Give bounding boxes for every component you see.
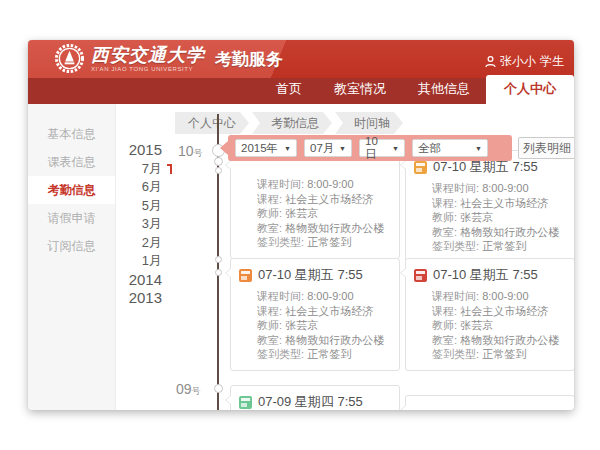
card-date-title: 07-10 星期五 7:55 — [258, 266, 363, 284]
field-label: 课程: — [432, 305, 460, 317]
card-date-title: 07-10 星期五 7:55 — [433, 266, 538, 284]
nav-item-4[interactable]: 个人中心 — [486, 75, 574, 104]
field-value: 8:00-9:00 — [307, 290, 353, 302]
field-label: 课程时间: — [257, 178, 307, 190]
card-field: 课程时间: 8:00-9:00 — [432, 181, 566, 196]
field-value: 社会主义市场经济 — [285, 305, 373, 317]
list-detail-button[interactable]: 列表明细 — [518, 137, 574, 159]
card-field: 教师: 张芸京 — [257, 206, 391, 221]
field-label: 教师: — [432, 211, 460, 223]
user-name: 张小小 — [500, 53, 536, 70]
card-field: 课程时间: 8:00-9:00 — [432, 289, 566, 304]
field-label: 教室: — [432, 334, 460, 346]
card-field: 课程: 社会主义市场经济 — [257, 304, 391, 319]
timeline-node-circle — [215, 269, 222, 276]
field-value: 8:00-9:00 — [482, 182, 528, 194]
field-label: 教师: — [257, 319, 285, 331]
card-field: 签到类型: 正常签到 — [432, 347, 566, 362]
timeline-month-3月[interactable]: 3月 — [94, 215, 162, 234]
timeline-month-2月[interactable]: 2月 — [94, 234, 162, 253]
main-nav: 首页教室情况其他信息个人中心 — [28, 78, 574, 104]
nav-item-3[interactable]: 其他信息 — [402, 75, 486, 104]
field-value: 张芸京 — [285, 207, 318, 219]
field-value: 社会主义市场经济 — [285, 193, 373, 205]
field-label: 签到类型: — [257, 348, 307, 360]
field-value: 张芸京 — [460, 319, 493, 331]
dropdown-value: 全部 — [418, 141, 441, 156]
card-field: 签到类型: 正常签到 — [432, 239, 566, 254]
card-field: 签到类型: 正常签到 — [257, 347, 391, 362]
field-value: 8:00-9:00 — [307, 178, 353, 190]
attendance-status-icon — [239, 396, 252, 409]
field-value: 正常签到 — [307, 236, 351, 248]
type-dropdown[interactable]: 全部▼ — [412, 139, 488, 157]
field-label: 课程: — [432, 197, 460, 209]
field-value: 格物致知行政办公楼 — [460, 226, 559, 238]
card-field: 教室: 格物致知行政办公楼 — [257, 333, 391, 348]
chevron-down-icon: ▼ — [392, 145, 399, 152]
day-dropdown[interactable]: 10日▼ — [359, 139, 405, 157]
university-name-en: XI'AN JIAO TONG UNIVERSITY — [91, 66, 205, 72]
breadcrumb-item-2[interactable]: 考勤信息 — [252, 112, 332, 134]
field-value: 格物致知行政办公楼 — [285, 222, 384, 234]
card-field: 课程时间: 8:00-9:00 — [257, 289, 391, 304]
year-dropdown[interactable]: 2015年▼ — [235, 139, 297, 157]
month-dropdown[interactable]: 07月▼ — [304, 139, 352, 157]
attendance-status-icon — [414, 269, 427, 282]
attendance-card-1: 课程时间: 8:00-9:00课程: 社会主义市场经济教师: 张芸京教室: 格物… — [230, 150, 400, 259]
card-field: 签到类型: 正常签到 — [257, 235, 391, 250]
breadcrumb-item-3[interactable]: 时间轴 — [335, 112, 403, 134]
field-label: 教师: — [257, 207, 285, 219]
card-date-title: 07-09 星期四 7:55 — [258, 393, 363, 410]
app-header: 西安交通大学 XI'AN JIAO TONG UNIVERSITY 考勤服务 张… — [28, 40, 574, 78]
app-title: 考勤服务 — [215, 48, 283, 71]
field-value: 正常签到 — [482, 240, 526, 252]
field-label: 教室: — [257, 222, 285, 234]
breadcrumb-item-1[interactable]: 个人中心 — [175, 112, 249, 134]
dropdown-value: 07月 — [310, 141, 334, 156]
field-label: 教室: — [257, 334, 285, 346]
timeline-node-circle — [214, 384, 223, 393]
university-name-cn: 西安交通大学 — [91, 46, 205, 64]
nav-item-2[interactable]: 教室情况 — [318, 75, 402, 104]
timeline-month-6月[interactable]: 6月 — [94, 178, 162, 197]
field-label: 教室: — [432, 226, 460, 238]
field-value: 社会主义市场经济 — [460, 305, 548, 317]
person-icon — [485, 56, 496, 68]
chevron-down-icon: ▼ — [284, 145, 291, 152]
field-value: 张芸京 — [460, 211, 493, 223]
attendance-card-3: 07-10 星期五 7:55课程时间: 8:00-9:00课程: 社会主义市场经… — [230, 258, 400, 371]
timeline-month-5月[interactable]: 5月 — [94, 197, 162, 216]
field-label: 签到类型: — [432, 240, 482, 252]
timeline-node-circle — [214, 157, 223, 166]
field-label: 课程时间: — [257, 290, 307, 302]
field-value: 格物致知行政办公楼 — [285, 334, 384, 346]
card-field: 教室: 格物致知行政办公楼 — [257, 221, 391, 236]
field-value: 张芸京 — [285, 319, 318, 331]
timeline-month-7月[interactable]: 7月 — [94, 160, 162, 179]
attendance-card-6 — [405, 395, 574, 410]
user-account[interactable]: 张小小 学生 — [485, 53, 564, 70]
dropdown-value: 2015年 — [241, 141, 278, 156]
field-label: 签到类型: — [257, 236, 307, 248]
field-value: 社会主义市场经济 — [460, 197, 548, 209]
timeline-day-label-09: 09号 — [176, 380, 201, 398]
field-value: 正常签到 — [307, 348, 351, 360]
attendance-status-icon — [414, 161, 427, 174]
card-field: 教师: 张芸京 — [257, 318, 391, 333]
timeline-year-2013[interactable]: 2013 — [94, 289, 162, 308]
field-label: 教师: — [432, 319, 460, 331]
card-field: 课程: 社会主义市场经济 — [257, 192, 391, 207]
timeline-year-2015[interactable]: 2015 — [94, 141, 162, 160]
attendance-card-4: 07-10 星期五 7:55课程时间: 8:00-9:00课程: 社会主义市场经… — [405, 258, 574, 371]
filter-banner: 2015年▼07月▼10日▼全部▼ — [228, 135, 512, 161]
timeline-day-label-10: 10号 — [178, 142, 203, 160]
card-field: 课程: 社会主义市场经济 — [432, 196, 566, 211]
attendance-card-2: 07-10 星期五 7:55课程时间: 8:00-9:00课程: 社会主义市场经… — [405, 150, 574, 263]
timeline-month-1月[interactable]: 1月 — [94, 252, 162, 271]
chevron-down-icon: ▼ — [475, 145, 482, 152]
timeline-year-2014[interactable]: 2014 — [94, 271, 162, 290]
field-label: 签到类型: — [432, 348, 482, 360]
card-field: 教师: 张芸京 — [432, 318, 566, 333]
nav-item-1[interactable]: 首页 — [260, 75, 318, 104]
